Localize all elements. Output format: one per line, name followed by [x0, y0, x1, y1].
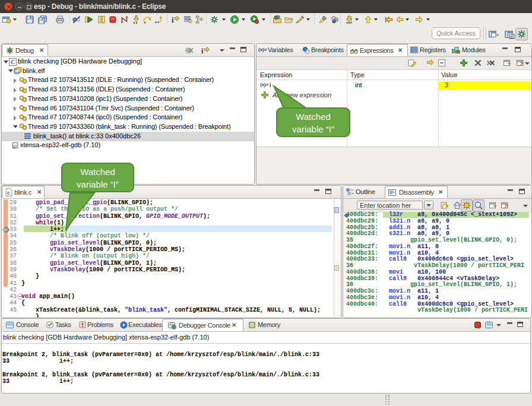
svg-text:i: i — [172, 15, 174, 24]
svg-text:C: C — [11, 59, 15, 65]
svg-text:C: C — [510, 35, 513, 39]
svg-text:i: i — [201, 47, 204, 55]
svg-text:c: c — [7, 191, 10, 196]
